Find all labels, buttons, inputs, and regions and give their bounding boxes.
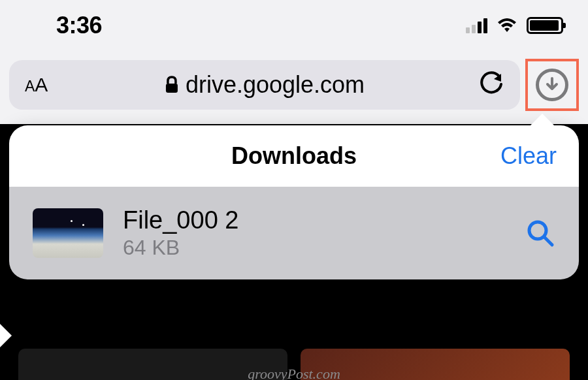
cellular-icon <box>466 18 487 33</box>
url-text: drive.google.com <box>186 71 365 99</box>
refresh-button[interactable] <box>480 71 504 99</box>
address-bar-row: AA drive.google.com <box>0 46 588 124</box>
svg-line-2 <box>544 237 552 245</box>
corner-indicator <box>0 324 12 347</box>
text-size-button[interactable]: AA <box>25 74 48 96</box>
tile <box>18 349 287 380</box>
search-icon[interactable] <box>525 218 555 248</box>
downloads-header: Downloads Clear <box>9 125 579 187</box>
file-size: 64 KB <box>123 236 506 260</box>
status-bar: 3:36 <box>0 0 588 46</box>
download-item[interactable]: File_000 2 64 KB <box>9 187 579 279</box>
wifi-icon <box>495 17 519 34</box>
file-name: File_000 2 <box>123 206 506 234</box>
battery-icon <box>527 17 563 34</box>
download-thumbnail <box>33 208 103 258</box>
downloads-title: Downloads <box>231 142 357 170</box>
content-area: Downloads Clear File_000 2 64 KB groovyP… <box>0 124 588 380</box>
status-icons <box>466 17 563 34</box>
downloads-button[interactable] <box>536 69 568 101</box>
svg-rect-0 <box>166 84 178 93</box>
lock-icon <box>165 76 179 97</box>
tile <box>301 349 570 380</box>
watermark: groovyPost.com <box>248 366 340 380</box>
status-time: 3:36 <box>56 12 102 39</box>
address-bar[interactable]: AA drive.google.com <box>9 60 520 110</box>
downloads-button-highlight <box>525 59 579 111</box>
clear-button[interactable]: Clear <box>500 142 557 170</box>
downloads-popup: Downloads Clear File_000 2 64 KB <box>9 125 579 279</box>
file-info: File_000 2 64 KB <box>123 206 506 260</box>
